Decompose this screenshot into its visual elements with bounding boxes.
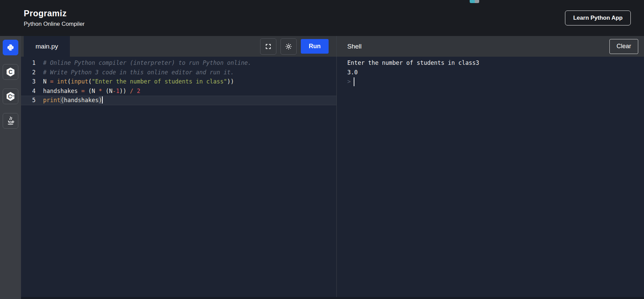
line-number: 4	[21, 87, 36, 96]
editor-cursor	[102, 96, 103, 104]
main-content: C C ++	[0, 36, 644, 299]
theme-toggle-button[interactable]	[280, 38, 297, 55]
shell-title: Shell	[347, 43, 362, 50]
shell-lines: Enter the number of students in class33.…	[347, 58, 644, 77]
shell-panel: Shell Clear Enter the number of students…	[337, 36, 644, 299]
editor-toolbar: main.py	[21, 36, 336, 57]
programiz-logo[interactable]: Programiz Python Online Compiler	[24, 8, 85, 27]
code-line: 1# Online Python compiler (interpreter) …	[21, 58, 336, 68]
logo-text: Programiz	[24, 8, 85, 18]
shell-header: Shell Clear	[337, 36, 644, 57]
c-icon: C	[5, 67, 16, 77]
code-line: 5print(handshakes)	[21, 96, 336, 105]
code-text: handshakes = (N * (N-1)) / 2	[36, 87, 140, 96]
svg-text:++: ++	[11, 94, 15, 98]
line-number: 3	[21, 77, 36, 87]
line-number: 1	[21, 58, 36, 68]
code-text: print(handshakes)	[36, 96, 103, 105]
sidebar-item-c[interactable]: C	[3, 64, 18, 80]
code-line: 3N = int(input("Enter the number of stud…	[21, 77, 336, 87]
language-sidebar: C C ++	[0, 36, 21, 299]
run-button[interactable]: Run	[301, 39, 329, 54]
python-icon	[5, 42, 16, 53]
code-text: N = int(input("Enter the number of stude…	[36, 77, 234, 87]
code-text: # Online Python compiler (interpreter) t…	[36, 58, 251, 68]
fullscreen-icon	[265, 43, 272, 50]
clear-button[interactable]: Clear	[609, 39, 638, 54]
tab-main-py[interactable]: main.py	[24, 36, 70, 57]
code-line: 2# Write Python 3 code in this online ed…	[21, 68, 336, 77]
sidebar-item-python[interactable]	[3, 40, 18, 55]
svg-text:C: C	[8, 69, 13, 75]
shell-cursor	[354, 77, 354, 86]
fullscreen-button[interactable]	[260, 38, 276, 55]
partial-icon-artifact	[470, 0, 479, 3]
header: Programiz Python Online Compiler Learn P…	[0, 0, 644, 36]
shell-line: Enter the number of students in class3	[347, 58, 644, 68]
line-number: 5	[21, 96, 36, 105]
cpp-icon: C ++	[5, 91, 16, 101]
code-editor[interactable]: 1# Online Python compiler (interpreter) …	[21, 57, 336, 299]
shell-prompt: >	[347, 77, 351, 87]
sidebar-item-cpp[interactable]: C ++	[3, 89, 18, 104]
sidebar-item-java[interactable]	[3, 113, 18, 129]
shell-output[interactable]: Enter the number of students in class33.…	[337, 57, 644, 299]
editor-horizontal-scrollbar[interactable]	[21, 297, 644, 299]
code-lines: 1# Online Python compiler (interpreter) …	[21, 58, 336, 105]
page-title: Python Online Compiler	[24, 21, 85, 27]
code-text: # Write Python 3 code in this online edi…	[36, 68, 234, 77]
shell-line: 3.0	[347, 68, 644, 77]
shell-prompt-row: >	[347, 77, 644, 87]
java-icon	[6, 116, 15, 126]
theme-sun-icon	[285, 43, 292, 50]
line-number: 2	[21, 68, 36, 77]
editor-panel: main.py	[21, 36, 337, 299]
learn-python-app-button[interactable]: Learn Python App	[565, 11, 631, 25]
code-line: 4handshakes = (N * (N-1)) / 2	[21, 87, 336, 96]
